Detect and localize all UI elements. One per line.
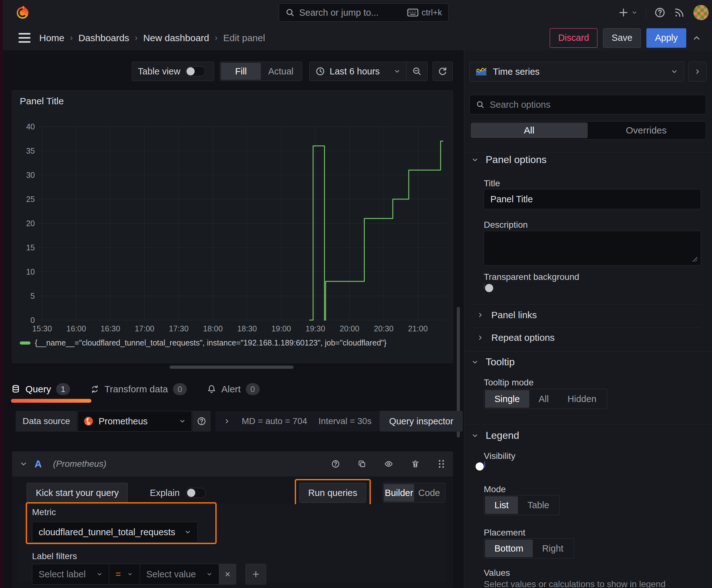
chevron-right-icon — [694, 68, 701, 76]
time-range-control: Last 6 hours — [309, 62, 428, 81]
query-options-strip[interactable]: MD = auto = 704 Interval = 30s — [215, 411, 380, 432]
drag-grip-icon[interactable] — [437, 460, 446, 468]
max-data-points-stat: MD = auto = 704 — [242, 416, 307, 426]
panel-card: Panel Title 051015202530354015:3016:0016… — [12, 90, 453, 363]
tab-transform-data[interactable]: Transform data 0 — [90, 383, 187, 395]
panel-resize-handle[interactable] — [170, 365, 294, 369]
breadcrumb-home[interactable]: Home — [39, 33, 64, 43]
grafana-logo-icon[interactable] — [15, 5, 30, 20]
chevron-up-icon[interactable] — [692, 33, 701, 43]
options-tab-overrides[interactable]: Overrides — [588, 123, 705, 138]
y-axis-tick-label: 5 — [30, 292, 35, 300]
options-search-input[interactable]: Search options — [469, 95, 706, 114]
help-icon[interactable] — [331, 460, 340, 468]
kick-start-query-button[interactable]: Kick start your query — [27, 483, 128, 503]
x-axis-tick-label: 21:00 — [408, 324, 428, 333]
breadcrumb-new-dashboard[interactable]: New dashboard — [143, 33, 209, 43]
help-icon[interactable] — [654, 7, 666, 18]
eye-icon[interactable] — [384, 460, 393, 468]
add-menu-button[interactable] — [618, 7, 638, 18]
transparent-background-toggle[interactable] — [484, 283, 484, 289]
refresh-button[interactable] — [433, 62, 453, 81]
interval-stat: Interval = 30s — [319, 416, 372, 426]
table-view-toggle[interactable] — [185, 66, 205, 76]
discard-button[interactable]: Discard — [550, 28, 598, 48]
breadcrumb-dashboards[interactable]: Dashboards — [79, 33, 129, 43]
timeseries-viz-icon — [475, 67, 487, 76]
legend-visibility-toggle[interactable] — [484, 461, 485, 467]
y-axis-tick-label: 15 — [26, 243, 35, 252]
operator-dropdown[interactable]: = — [109, 564, 140, 585]
run-queries-button[interactable]: Run queries — [299, 483, 366, 503]
fill-option[interactable]: Fill — [221, 63, 261, 80]
tooltip-single-option[interactable]: Single — [485, 390, 529, 408]
remove-filter-button[interactable] — [219, 564, 236, 585]
fill-actual-segmented: Fill Actual — [220, 62, 302, 81]
select-value-dropdown[interactable]: Select value — [140, 564, 219, 585]
active-tab-indicator — [11, 399, 91, 403]
x-axis-tick-label: 16:30 — [101, 324, 120, 333]
builder-option[interactable]: Builder — [384, 484, 414, 502]
tab-query[interactable]: Query 1 — [11, 383, 70, 395]
collapse-options-button[interactable] — [688, 62, 707, 82]
placement-right-option[interactable]: Right — [533, 540, 573, 557]
tab-alert[interactable]: Alert 0 — [207, 383, 260, 395]
options-tab-all[interactable]: All — [471, 123, 588, 138]
chart-legend: {__name__="cloudflared_tunnel_total_requ… — [20, 338, 386, 348]
legend-heading: Legend — [486, 430, 519, 441]
search-shortcut: ctrl+k — [422, 8, 442, 18]
search-input[interactable]: Search or jump to... ctrl+k — [279, 3, 449, 22]
actual-option[interactable]: Actual — [261, 63, 301, 80]
legend-list-option[interactable]: List — [485, 496, 518, 514]
save-button[interactable]: Save — [603, 28, 641, 48]
trash-icon[interactable] — [411, 460, 420, 468]
news-rss-icon[interactable] — [674, 7, 685, 18]
panel-title-input[interactable] — [484, 189, 701, 209]
placement-bottom-option[interactable]: Bottom — [485, 540, 533, 557]
zoom-out-button[interactable] — [407, 62, 427, 81]
visualization-picker[interactable]: Time series — [469, 62, 684, 82]
panel-options-heading: Panel options — [486, 154, 546, 166]
promql-builder-area: Metric cloudflared_tunnel_total_requests… — [18, 504, 447, 582]
chevron-right-icon: › — [215, 33, 218, 43]
datasource-help-button[interactable] — [192, 411, 211, 432]
y-axis-tick-label: 20 — [26, 219, 35, 228]
chevron-right-icon — [477, 334, 484, 341]
tooltip-section-header[interactable]: Tooltip — [471, 356, 515, 368]
datasource-picker[interactable]: Prometheus — [78, 411, 192, 432]
repeat-options-section[interactable]: Repeat options — [477, 332, 555, 343]
tooltip-mode-label: Tooltip mode — [484, 378, 534, 387]
x-axis-tick-label: 18:30 — [237, 324, 257, 333]
legend-series-label[interactable]: {__name__="cloudflared_tunnel_total_requ… — [35, 338, 386, 348]
time-range-picker[interactable]: Last 6 hours — [309, 62, 406, 81]
panel-links-section[interactable]: Panel links — [477, 310, 537, 320]
select-label-dropdown[interactable]: Select label — [32, 564, 109, 585]
duplicate-icon[interactable] — [358, 460, 366, 468]
select-value-placeholder: Select value — [146, 569, 200, 580]
textarea-resize-handle[interactable] — [692, 256, 697, 261]
tooltip-all-option[interactable]: All — [529, 390, 558, 408]
legend-table-option[interactable]: Table — [518, 496, 559, 514]
transform-icon — [90, 384, 100, 394]
code-option[interactable]: Code — [414, 484, 444, 502]
legend-section-header[interactable]: Legend — [471, 430, 519, 441]
explain-toggle[interactable] — [186, 488, 206, 498]
chevron-right-icon: › — [70, 33, 73, 43]
tooltip-hidden-option[interactable]: Hidden — [558, 390, 606, 408]
panel-options-section-header[interactable]: Panel options — [471, 154, 546, 166]
menu-icon[interactable] — [19, 33, 30, 43]
y-axis-tick-label: 10 — [26, 267, 35, 276]
tab-transform-count: 0 — [173, 383, 187, 395]
metric-select[interactable]: cloudflared_tunnel_total_requests — [32, 522, 198, 543]
avatar[interactable] — [693, 5, 709, 20]
chevron-down-icon — [96, 571, 103, 577]
add-filter-button[interactable] — [245, 564, 266, 585]
apply-button[interactable]: Apply — [646, 28, 686, 48]
x-axis-tick-label: 20:00 — [340, 324, 360, 333]
chevron-down-icon — [127, 571, 133, 577]
query-inspector-button[interactable]: Query inspector — [380, 411, 463, 432]
tab-alert-label: Alert — [221, 384, 241, 395]
time-series-chart[interactable]: 051015202530354015:3016:0016:3017:0017:3… — [12, 91, 453, 363]
description-textarea[interactable] — [484, 231, 701, 266]
query-row-header[interactable]: A (Prometheus) — [12, 451, 453, 477]
